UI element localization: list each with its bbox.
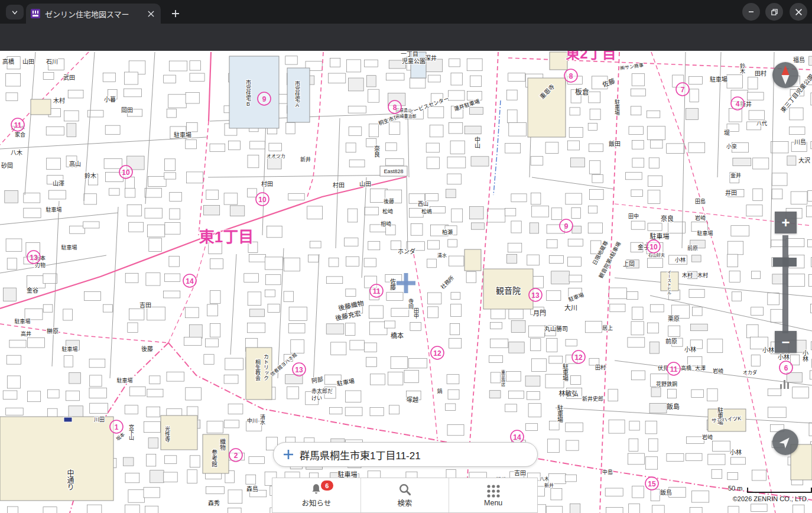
svg-text:East828: East828: [384, 168, 403, 174]
svg-text:清水: 清水: [437, 252, 447, 258]
svg-text:駐車場: 駐車場: [61, 346, 77, 352]
zoom-out-button[interactable]: −: [775, 331, 797, 353]
menu-button[interactable]: Menu: [449, 478, 537, 512]
svg-text:木村: 木村: [53, 97, 65, 104]
browser-titlebar: ゼンリン住宅地図スマー: [0, 0, 812, 24]
close-icon: [148, 11, 154, 17]
chevron-down-icon: [11, 8, 19, 17]
svg-text:小泉: 小泉: [726, 143, 737, 150]
svg-text:八代: 八代: [756, 121, 767, 126]
svg-text:栗原: 栗原: [668, 316, 680, 322]
svg-text:鈴木: 鈴木: [739, 63, 745, 74]
notifications-label: お知らせ: [301, 497, 331, 508]
map-viewport[interactable]: 高橋山田石川武田木村小暮岡田駐車場コーポ家合八木砂岡高山鈴木山澤市営住宅B市営住…: [0, 51, 812, 513]
svg-text:宮下山: 宮下山: [128, 424, 134, 440]
svg-text:新井史郎: 新井史郎: [582, 395, 603, 402]
svg-text:吉田: 吉田: [514, 470, 526, 476]
map-copyright: ©2026 ZENRIN CO., LTD.: [689, 495, 808, 502]
tab-title: ゼンリン住宅地図スマー: [45, 8, 138, 20]
svg-text:新井: 新井: [544, 482, 554, 488]
tab-search-button[interactable]: [6, 5, 24, 20]
svg-text:12: 12: [574, 353, 583, 362]
new-tab-button[interactable]: [168, 6, 183, 21]
svg-text:駐車場: 駐車場: [650, 232, 670, 240]
svg-text:赤太郎だ: 赤太郎だ: [311, 388, 333, 394]
svg-text:児童公園: 児童公園: [402, 57, 426, 64]
scale-bar: [747, 488, 812, 493]
svg-text:12: 12: [433, 349, 441, 358]
svg-text:9: 9: [564, 222, 569, 230]
app-bottom-toolbar: 6 お知らせ 検索 Menu: [272, 478, 538, 513]
restore-icon: [771, 8, 778, 16]
svg-text:桐生教会: 桐生教会: [255, 359, 261, 381]
svg-text:㈱サン商事: ㈱サン商事: [619, 62, 644, 71]
svg-text:後藤: 後藤: [141, 345, 153, 352]
svg-text:岡田: 岡田: [121, 107, 133, 113]
svg-text:14: 14: [513, 433, 521, 441]
svg-text:東京商店: 東京商店: [501, 369, 506, 387]
svg-text:駐車場: 駐車場: [46, 206, 61, 213]
svg-text:武田: 武田: [63, 74, 75, 81]
svg-text:居上: 居上: [602, 325, 613, 331]
svg-text:吉田: 吉田: [139, 302, 151, 309]
menu-label: Menu: [484, 499, 502, 507]
window-minimize-button[interactable]: [742, 3, 760, 21]
compass-needle-icon: [772, 62, 798, 88]
zoom-in-button[interactable]: +: [775, 212, 797, 233]
svg-text:八木: 八木: [11, 150, 22, 156]
svg-text:小暮: 小暮: [104, 96, 116, 103]
svg-text:6: 6: [784, 364, 788, 372]
svg-text:奈良: 奈良: [373, 145, 380, 158]
notifications-button[interactable]: 6 お知らせ: [272, 478, 361, 512]
zenrin-favicon: [31, 9, 40, 18]
svg-text:鍋: 鍋: [437, 388, 442, 394]
svg-text:光性寺: 光性寺: [164, 426, 170, 442]
address-search-pill[interactable]: 群馬県桐生市東1丁目11-21: [273, 442, 538, 467]
grid-dots-icon: [486, 484, 501, 498]
svg-text:橋本: 橋本: [391, 332, 404, 339]
search-button[interactable]: 検索: [361, 478, 450, 512]
zoom-slider[interactable]: [782, 235, 788, 333]
svg-text:10: 10: [649, 243, 658, 251]
svg-text:飯島: 飯島: [660, 489, 672, 496]
svg-text:家合: 家合: [15, 131, 25, 138]
svg-text:観音院: 観音院: [496, 286, 521, 296]
svg-text:深井: 深井: [425, 54, 437, 61]
svg-text:田村: 田村: [755, 70, 766, 77]
svg-text:一丁目: 一丁目: [401, 51, 418, 57]
svg-text:山澤: 山澤: [53, 180, 64, 187]
svg-text:大川: 大川: [564, 304, 577, 311]
svg-text:ホンダ: ホンダ: [398, 248, 415, 255]
zoom-slider-handle[interactable]: [773, 258, 797, 267]
svg-text:板倉: 板倉: [575, 87, 589, 96]
svg-text:砂岡: 砂岡: [1, 162, 13, 169]
svg-text:木村: 木村: [682, 272, 693, 278]
window-close-button[interactable]: [790, 3, 807, 21]
svg-text:イーストヒル: イーストヒル: [667, 270, 672, 295]
svg-text:15: 15: [648, 480, 656, 488]
svg-text:田中: 田中: [628, 213, 639, 219]
svg-text:東2丁目: 東2丁目: [566, 51, 616, 61]
compass-button[interactable]: [772, 62, 798, 88]
svg-text:小林: 小林: [730, 449, 742, 456]
svg-text:10: 10: [122, 168, 130, 177]
tab-close-button[interactable]: [145, 8, 156, 19]
my-location-button[interactable]: [772, 429, 798, 455]
svg-text:市営住宅A: 市営住宅A: [294, 80, 300, 108]
svg-text:堤: 堤: [724, 129, 730, 136]
svg-text:林敏弘: 林敏弘: [559, 389, 579, 397]
svg-text:塚越: 塚越: [407, 396, 418, 403]
svg-text:岩崎: 岩崎: [702, 434, 713, 440]
svg-text:前原: 前原: [665, 337, 677, 345]
window-maximize-button[interactable]: [765, 3, 783, 21]
svg-text:高橋: 高橋: [2, 58, 14, 65]
svg-text:13: 13: [30, 254, 38, 262]
svg-text:7: 7: [681, 86, 685, 94]
notification-badge: 6: [321, 480, 333, 491]
svg-text:13: 13: [531, 291, 540, 300]
svg-text:8: 8: [569, 72, 573, 80]
browser-tab[interactable]: ゼンリン住宅地図スマー: [26, 4, 161, 24]
svg-text:井田: 井田: [725, 189, 737, 196]
svg-text:大澤: 大澤: [695, 365, 706, 371]
svg-text:田島: 田島: [695, 198, 706, 204]
